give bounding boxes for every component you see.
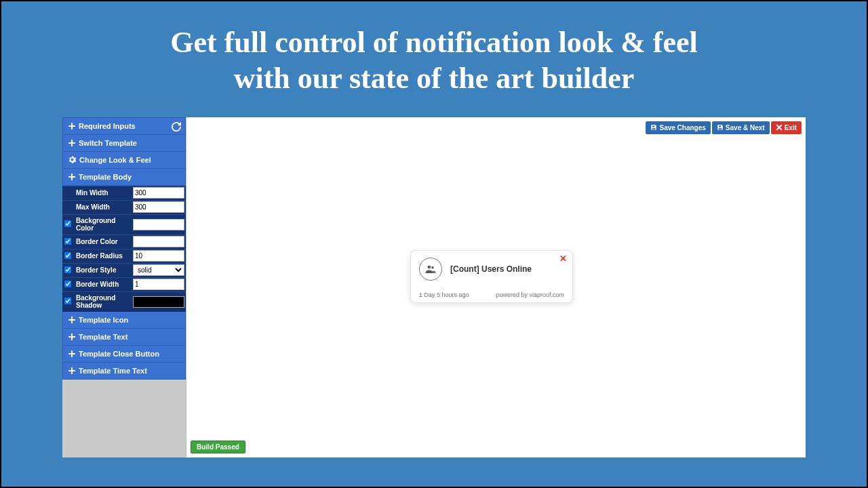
sidebar: Required Inputs Switch Template Change L…: [62, 117, 186, 458]
exit-button[interactable]: Exit: [771, 121, 802, 134]
save-next-button[interactable]: Save & Next: [712, 121, 770, 134]
builder-frame: Required Inputs Switch Template Change L…: [62, 117, 806, 458]
panel-change-look-feel[interactable]: Change Look & Feel: [62, 152, 186, 169]
max-width-input[interactable]: [133, 201, 184, 213]
border-width-check[interactable]: [64, 281, 71, 287]
hero-title: Get full control of notification look & …: [42, 25, 826, 97]
prop-border-radius: Border Radius: [62, 249, 186, 263]
notification-close-icon[interactable]: ✕: [559, 253, 567, 264]
border-width-input[interactable]: [133, 279, 184, 290]
border-radius-input[interactable]: [133, 250, 184, 262]
panel-template-time[interactable]: Template Time Text: [62, 363, 186, 380]
save-changes-button[interactable]: Save Changes: [646, 121, 710, 134]
border-radius-check[interactable]: [64, 252, 71, 259]
users-icon: [419, 258, 442, 281]
panel-template-close[interactable]: Template Close Button: [62, 346, 186, 363]
panel-label: Template Text: [79, 333, 127, 341]
panel-required-inputs[interactable]: Required Inputs: [62, 117, 186, 135]
prop-bg-shadow: Background Shadow: [62, 291, 186, 312]
close-icon: [776, 124, 783, 131]
plus-icon: [68, 317, 75, 323]
prop-border-width: Border Width: [62, 277, 186, 291]
prop-bg-color: Background Color: [62, 214, 186, 235]
panel-label: Change Look & Feel: [79, 156, 151, 164]
template-body-props: Min Width Max Width Background Color Bor…: [62, 186, 186, 312]
panel-switch-template[interactable]: Switch Template: [62, 135, 186, 152]
min-width-input[interactable]: [133, 187, 184, 199]
notification-preview[interactable]: ✕ [Count] Users Online 1 Day 5 hours ago…: [410, 250, 573, 303]
notification-time: 1 Day 5 hours ago: [419, 291, 469, 298]
panel-label: Template Icon: [79, 316, 128, 324]
prop-label: Background Color: [73, 216, 133, 233]
save-icon: [717, 124, 724, 131]
hero-banner: Get full control of notification look & …: [1, 1, 867, 110]
panel-label: Template Body: [79, 173, 132, 181]
gear-icon: [68, 156, 76, 163]
canvas-toolbar: Save Changes Save & Next Exit: [644, 121, 802, 134]
prop-label: Max Width: [73, 202, 133, 212]
prop-label: Min Width: [73, 188, 133, 198]
plus-icon: [68, 367, 75, 374]
svg-point-1: [431, 266, 434, 269]
plus-icon: [68, 333, 75, 340]
notification-body: [Count] Users Online: [419, 258, 564, 290]
border-color-check[interactable]: [64, 238, 71, 245]
save-icon: [650, 124, 657, 131]
build-status-badge: Build Passed: [191, 441, 245, 453]
prop-border-color: Border Color: [62, 235, 186, 249]
prop-label: Border Radius: [73, 251, 133, 261]
prop-label: Border Style: [73, 265, 133, 275]
notification-powered-by: powered by viaproof.com: [496, 291, 564, 298]
panel-label: Switch Template: [79, 139, 137, 147]
panel-template-text[interactable]: Template Text: [62, 329, 186, 346]
prop-border-style: Border Style solid: [62, 263, 186, 277]
plus-icon: [68, 123, 75, 129]
plus-icon: [68, 140, 75, 146]
prop-label: Border Color: [73, 237, 133, 247]
panel-label: Template Time Text: [79, 367, 147, 375]
panel-label: Template Close Button: [79, 350, 159, 358]
refresh-icon[interactable]: [172, 122, 181, 131]
bg-color-check[interactable]: [64, 220, 71, 227]
plus-icon: [68, 174, 75, 180]
prop-label: Border Width: [73, 279, 133, 289]
bg-color-swatch[interactable]: [133, 219, 184, 230]
prop-min-width: Min Width: [62, 186, 186, 200]
border-style-check[interactable]: [64, 266, 71, 273]
bg-shadow-check[interactable]: [64, 298, 71, 304]
builder-canvas: Save Changes Save & Next Exit ✕: [186, 117, 806, 458]
border-style-select[interactable]: solid: [133, 264, 184, 276]
bg-shadow-swatch[interactable]: [133, 296, 184, 308]
notification-title: [Count] Users Online: [450, 264, 532, 274]
plus-icon: [68, 350, 75, 357]
panel-template-icon[interactable]: Template Icon: [62, 312, 186, 329]
svg-point-0: [428, 265, 431, 268]
border-color-swatch[interactable]: [133, 236, 184, 247]
panel-template-body[interactable]: Template Body: [62, 169, 186, 186]
prop-max-width: Max Width: [62, 200, 186, 214]
prop-label: Background Shadow: [73, 293, 133, 310]
panel-label: Required Inputs: [79, 122, 136, 130]
